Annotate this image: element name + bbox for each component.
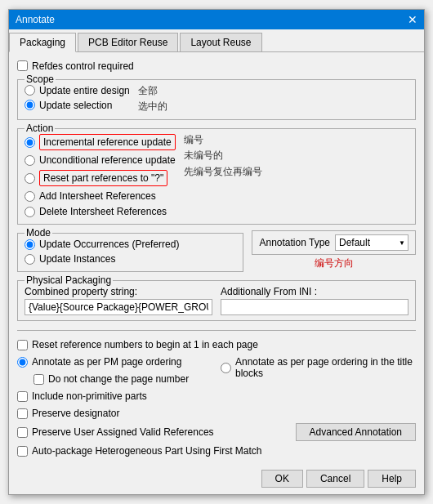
direction-note: 编号方向 [315, 256, 354, 270]
auto-package-row: Auto-package Heterogeneous Part Using Fi… [17, 445, 416, 457]
reset-reference-checkbox[interactable] [17, 340, 28, 350]
mode-occurrences-radio[interactable] [25, 239, 35, 250]
preserve-designator-label: Preserve designator [32, 408, 119, 419]
annotation-type-col: Annotation Type Default 编号方向 [252, 230, 416, 270]
action-reset-label: Reset part references to "?" [43, 172, 163, 184]
non-primitive-checkbox[interactable] [17, 391, 28, 402]
action-delete-intersheet-radio[interactable] [25, 207, 35, 217]
scope-selection-radio[interactable] [25, 100, 35, 110]
action-reset-border: Reset part references to "?" [39, 170, 167, 186]
action-note-0: 编号 [184, 132, 262, 148]
refdes-control-checkbox[interactable] [17, 60, 28, 71]
scope-notes: 全部 选中的 [138, 83, 167, 114]
action-options: Incremental reference update Uncondition… [25, 132, 176, 219]
preserve-user-label: Preserve User Assigned Valid References [32, 426, 214, 438]
action-note-1: 未编号的 [184, 148, 262, 163]
annotation-type-select-wrapper: Default [335, 234, 408, 251]
tab-bar: Packaging PCB Editor Reuse Layout Reuse [9, 29, 424, 52]
title-bar: Annotate ✕ [9, 10, 424, 29]
preserve-designator-checkbox[interactable] [17, 408, 28, 419]
pm-ordering-radio[interactable] [17, 357, 28, 368]
reset-reference-label: Reset reference numbers to begin at 1 in… [32, 339, 258, 350]
action-add-intersheet-label: Add Intersheet References [39, 190, 156, 202]
button-row: OK Cancel Help [9, 465, 424, 494]
scope-selection-row: Update selection [25, 100, 130, 111]
bottom-checkboxes: Reset reference numbers to begin at 1 in… [17, 337, 416, 458]
action-delete-intersheet-label: Delete Intersheet References [39, 206, 167, 217]
help-button[interactable]: Help [368, 470, 416, 488]
action-options-row: Incremental reference update Uncondition… [25, 132, 408, 219]
annotation-type-label: Annotation Type [259, 237, 330, 248]
tab-pcb-editor-reuse[interactable]: PCB Editor Reuse [78, 33, 178, 51]
action-add-intersheet-row: Add Intersheet References [25, 190, 176, 202]
preserve-user-checkbox[interactable] [17, 427, 28, 438]
combined-property-col: Combined property string: [25, 286, 212, 315]
reset-reference-row: Reset reference numbers to begin at 1 in… [17, 339, 416, 350]
action-incremental-radio[interactable] [25, 137, 35, 148]
mode-group: Mode Update Occurrences (Preferred) Upda… [17, 233, 243, 272]
mode-options: Update Occurrences (Preferred) Update In… [25, 237, 236, 266]
separator-1 [17, 330, 416, 331]
additionally-col: Additionally From INI : [221, 286, 408, 315]
action-title: Action [25, 123, 55, 134]
content-area: Refdes control required Scope Update ent… [9, 52, 424, 465]
dialog-title: Annotate [16, 14, 55, 25]
scope-entire-design-label: Update entire design [39, 85, 130, 96]
ordering-left: Annotate as per PM page ordering Do not … [17, 355, 212, 386]
auto-package-label: Auto-package Heterogeneous Part Using Fi… [32, 445, 261, 457]
cancel-button[interactable]: Cancel [306, 470, 364, 488]
do-not-change-row: Do not change the page number [33, 373, 212, 385]
annotate-dialog: Annotate ✕ Packaging PCB Editor Reuse La… [8, 9, 425, 495]
preserve-user-row: Preserve User Assigned Valid References … [17, 423, 416, 441]
mode-instances-radio[interactable] [25, 254, 35, 265]
preserve-user-checkbox-row: Preserve User Assigned Valid References [17, 426, 214, 438]
scope-note-1: 选中的 [138, 99, 167, 114]
action-unconditional-radio[interactable] [25, 155, 35, 166]
mode-instances-label: Update Instances [39, 253, 115, 265]
action-reset-row: Reset part references to "?" [25, 170, 176, 186]
combined-property-input[interactable] [25, 299, 212, 315]
mode-instances-row: Update Instances [25, 253, 236, 265]
action-unconditional-row: Unconditional reference update [25, 154, 176, 166]
ordering-row: Annotate as per PM page ordering Do not … [17, 355, 416, 386]
auto-package-checkbox[interactable] [17, 446, 28, 457]
scope-note-0: 全部 [138, 83, 167, 99]
additionally-label: Additionally From INI : [221, 286, 408, 297]
action-incremental-border: Incremental reference update [39, 134, 176, 150]
tab-layout-reuse[interactable]: Layout Reuse [180, 33, 261, 51]
action-add-intersheet-radio[interactable] [25, 191, 35, 202]
combined-property-label: Combined property string: [25, 286, 212, 297]
action-delete-intersheet-row: Delete Intersheet References [25, 206, 176, 217]
scope-selection-label: Update selection [39, 100, 112, 111]
additionally-input[interactable] [221, 299, 408, 315]
action-note-2: 先编号复位再编号 [184, 164, 262, 180]
mode-occurrences-label: Update Occurrences (Preferred) [39, 239, 179, 250]
action-notes: 编号 未编号的 先编号复位再编号 [184, 132, 262, 180]
preserve-designator-row: Preserve designator [17, 408, 416, 419]
close-button[interactable]: ✕ [408, 14, 417, 25]
pm-ordering-row: Annotate as per PM page ordering [17, 356, 212, 368]
advanced-annotation-button[interactable]: Advanced Annotation [296, 423, 416, 441]
mode-title: Mode [25, 227, 52, 239]
action-unconditional-label: Unconditional reference update [39, 154, 176, 166]
scope-title: Scope [25, 74, 56, 85]
scope-entire-design-radio[interactable] [25, 85, 35, 96]
refdes-control-label: Refdes control required [32, 60, 134, 72]
mode-occurrences-row: Update Occurrences (Preferred) [25, 239, 236, 250]
ok-button[interactable]: OK [261, 470, 303, 488]
annotation-type-select[interactable]: Default [335, 234, 408, 251]
physical-packaging-group: Physical Packaging Combined property str… [17, 280, 416, 321]
action-reset-radio[interactable] [25, 173, 35, 184]
ordering-right: Annotate as per page ordering in the tit… [221, 355, 416, 386]
physical-packaging-title: Physical Packaging [25, 274, 113, 286]
annotation-type-box: Annotation Type Default [252, 230, 416, 255]
tab-packaging[interactable]: Packaging [9, 33, 76, 52]
mode-annotation-row: Mode Update Occurrences (Preferred) Upda… [17, 230, 416, 274]
physical-row: Combined property string: Additionally F… [25, 286, 408, 315]
non-primitive-label: Include non-primitive parts [32, 390, 147, 402]
title-blocks-radio[interactable] [221, 363, 231, 373]
scope-entire-design-row: Update entire design [25, 85, 130, 96]
non-primitive-row: Include non-primitive parts [17, 390, 416, 402]
refdes-control-row: Refdes control required [17, 60, 416, 72]
do-not-change-checkbox[interactable] [33, 374, 44, 385]
